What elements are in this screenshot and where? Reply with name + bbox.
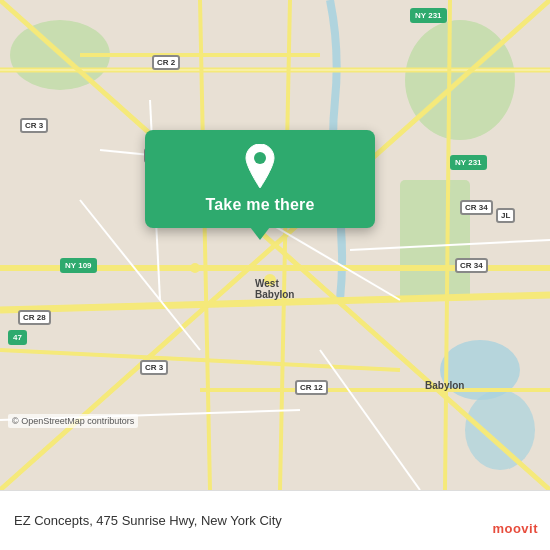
svg-point-27 [254, 152, 266, 164]
svg-rect-3 [400, 180, 470, 300]
road-badge: CR 34 [455, 258, 488, 273]
road-badge: NY 231 [450, 155, 487, 170]
road-badge: JL [496, 208, 515, 223]
place-label: Babylon [425, 380, 464, 391]
svg-point-5 [465, 390, 535, 470]
svg-point-26 [190, 263, 200, 273]
road-badge: CR 2 [152, 55, 180, 70]
road-badge: CR 12 [295, 380, 328, 395]
location-pin-icon [242, 144, 278, 188]
moovit-logo: moovit [492, 521, 538, 536]
take-me-there-popup[interactable]: Take me there [145, 130, 375, 228]
place-label: West Babylon [255, 278, 294, 300]
popup-label: Take me there [205, 196, 314, 214]
osm-attribution: © OpenStreetMap contributors [8, 414, 138, 428]
moovit-brand-text: moovit [492, 521, 538, 536]
road-badge: CR 3 [140, 360, 168, 375]
address-text: EZ Concepts, 475 Sunrise Hwy, New York C… [14, 513, 282, 528]
road-badge: NY 109 [60, 258, 97, 273]
bottom-bar: EZ Concepts, 475 Sunrise Hwy, New York C… [0, 490, 550, 550]
road-badge: CR 28 [18, 310, 51, 325]
road-badge: CR 34 [460, 200, 493, 215]
map-view[interactable]: Take me there © OpenStreetMap contributo… [0, 0, 550, 490]
road-badge: CR 3 [20, 118, 48, 133]
road-badge: 47 [8, 330, 27, 345]
road-badge: NY 231 [410, 8, 447, 23]
